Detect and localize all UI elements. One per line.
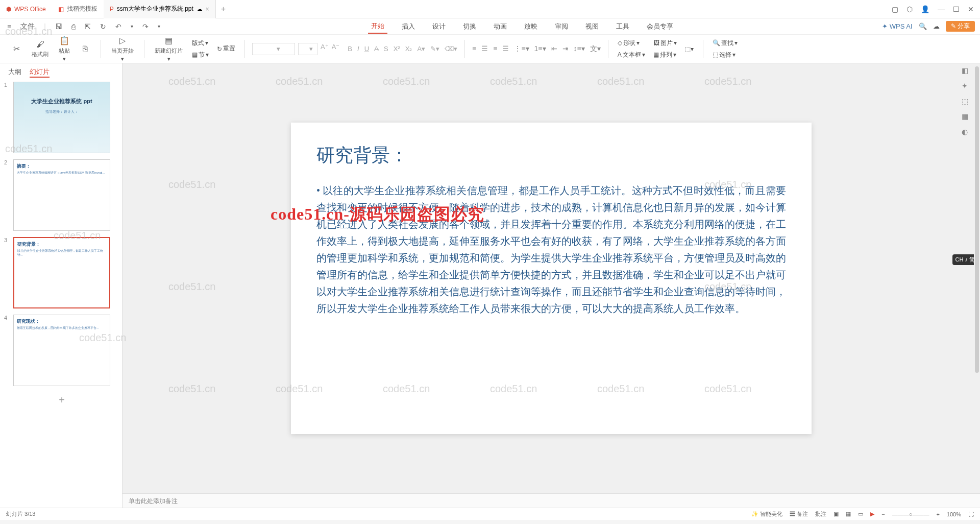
decrease-font-icon[interactable]: A⁻: [332, 43, 340, 55]
align-center-icon[interactable]: ☰: [481, 44, 488, 54]
strike-button[interactable]: S: [384, 45, 388, 53]
select-button[interactable]: ⬚ 选择 ▾: [710, 50, 740, 60]
increase-font-icon[interactable]: A⁺: [321, 43, 329, 55]
superscript-button[interactable]: X²: [394, 45, 400, 53]
bold-button[interactable]: B: [348, 45, 352, 53]
tab-animation[interactable]: 动画: [491, 20, 510, 33]
subscript-button[interactable]: X₂: [405, 45, 412, 53]
thumb-1[interactable]: 1 大学生企业推荐系统 ppt指导老师： 设计人：: [4, 82, 118, 153]
notes-input[interactable]: 单击此处添加备注: [122, 493, 980, 508]
thumb-4[interactable]: 4 研究现状：随着互联网技术的发展，国内外出现了许多的企业推荐平台...: [4, 315, 118, 386]
wps-ai-button[interactable]: ✦ WPS AI: [882, 22, 913, 30]
save-icon[interactable]: 🖫: [53, 21, 64, 32]
image-button[interactable]: 🖼 图片 ▾: [651, 38, 679, 49]
tab-tools[interactable]: 工具: [613, 20, 632, 33]
window-box-icon[interactable]: ▢: [892, 5, 898, 13]
side-tool-4[interactable]: ▦: [960, 112, 970, 123]
font-color-button[interactable]: A▾: [417, 45, 425, 53]
format-painter-button[interactable]: 🖌格式刷: [29, 39, 52, 58]
refresh-icon[interactable]: ↻: [98, 21, 108, 32]
highlight-button[interactable]: ✎▾: [430, 45, 439, 53]
zoom-out-icon[interactable]: −: [881, 511, 885, 517]
view-reading-icon[interactable]: ▭: [858, 511, 863, 517]
numbering-icon[interactable]: 1≡▾: [534, 44, 546, 54]
thumb-2[interactable]: 2 摘要：大学生企业推荐系统编程语言：java开发框架SSM 数据库mysql.…: [4, 159, 118, 231]
arrange-button[interactable]: ▦ 排列 ▾: [651, 50, 679, 60]
tab-review[interactable]: 审阅: [552, 20, 571, 33]
cut-button[interactable]: ✂: [8, 44, 24, 54]
strikethrough-button[interactable]: A̶: [374, 45, 379, 53]
fit-icon[interactable]: ⛶: [968, 511, 974, 517]
slide-title[interactable]: 研究背景：: [316, 143, 786, 168]
start-from-current-button[interactable]: ▷当页开始 ▾: [108, 36, 137, 62]
line-spacing-icon[interactable]: ↕≡▾: [574, 44, 585, 54]
shape-button[interactable]: ◇ 形状 ▾: [616, 38, 647, 49]
search-icon[interactable]: 🔍: [919, 22, 927, 30]
hamburger-icon[interactable]: ≡: [5, 21, 13, 32]
print-icon[interactable]: ⎙: [69, 21, 78, 32]
outline-tab[interactable]: 大纲: [8, 67, 21, 78]
zoom-in-icon[interactable]: +: [936, 511, 939, 517]
minimize-button[interactable]: —: [938, 5, 945, 13]
share-button[interactable]: ✎ 分享: [946, 21, 975, 32]
comments-toggle[interactable]: 批注: [815, 510, 826, 518]
section-button[interactable]: ▦ 节 ▾: [190, 50, 211, 60]
reset-button[interactable]: ↻ 重置: [215, 43, 237, 54]
paste-button[interactable]: 📋粘贴 ▾: [56, 36, 73, 62]
underline-button[interactable]: U: [364, 45, 369, 53]
align-right-icon[interactable]: ≡: [493, 44, 497, 54]
zoom-slider[interactable]: ———○———: [892, 511, 929, 517]
tab-design[interactable]: 设计: [429, 20, 449, 33]
tab-vip[interactable]: 会员专享: [644, 20, 676, 33]
tab-transition[interactable]: 切换: [460, 20, 479, 33]
window-hex-icon[interactable]: ⬡: [906, 5, 913, 13]
scrollbar-thumb[interactable]: [975, 66, 979, 373]
app-tab-template[interactable]: ◧ 找稻壳模板: [52, 0, 104, 18]
style-button[interactable]: ⬚▾: [683, 44, 696, 54]
textbox-button[interactable]: A 文本框 ▾: [616, 50, 647, 60]
justify-icon[interactable]: ☰: [502, 44, 509, 54]
add-slide-button[interactable]: +: [13, 392, 110, 408]
tab-slideshow[interactable]: 放映: [521, 20, 541, 33]
text-direction-icon[interactable]: 文▾: [590, 44, 601, 54]
view-slideshow-icon[interactable]: ▶: [870, 511, 874, 517]
bullets-icon[interactable]: ⋮≡▾: [514, 44, 529, 54]
close-window-button[interactable]: ✕: [968, 5, 974, 13]
indent-increase-icon[interactable]: ⇥: [562, 44, 569, 54]
slide-body-text[interactable]: 以往的大学生企业推荐系统相关信息管理，都是工作人员手工统计。这种方式不但时效性低…: [316, 182, 786, 317]
close-tab-icon[interactable]: ×: [206, 6, 209, 13]
tab-view[interactable]: 视图: [582, 20, 602, 33]
undo-icon[interactable]: ↶: [113, 21, 124, 32]
tab-insert[interactable]: 插入: [399, 20, 418, 33]
italic-button[interactable]: I: [357, 45, 359, 53]
smart-beautify[interactable]: ✨ 智能美化: [751, 510, 782, 518]
font-family-select[interactable]: ▾: [252, 43, 295, 55]
user-icon[interactable]: 👤: [921, 5, 929, 13]
new-slide-button[interactable]: ▤新建幻灯片 ▾: [152, 36, 186, 62]
align-left-icon[interactable]: ≡: [472, 44, 476, 54]
font-size-select[interactable]: ▾: [298, 43, 317, 55]
new-tab-button[interactable]: +: [216, 5, 231, 14]
thumb-3[interactable]: 3 研究背景：以往的大学生企业推荐系统相关信息管理，都是工作人员手工统计...: [4, 237, 118, 308]
side-tool-5[interactable]: ◐: [960, 128, 970, 138]
side-tool-1[interactable]: ◧: [960, 66, 970, 77]
export-icon[interactable]: ⇱: [83, 21, 93, 32]
maximize-button[interactable]: ☐: [953, 5, 960, 13]
layout-button[interactable]: 版式 ▾: [190, 38, 211, 49]
app-tab-file[interactable]: P ssm大学生企业推荐系统.ppt ☁ ×: [104, 0, 216, 18]
view-normal-icon[interactable]: ▣: [834, 511, 839, 517]
copy-button[interactable]: ⎘: [77, 44, 93, 54]
clear-format-button[interactable]: ⌫▾: [445, 45, 457, 53]
slides-tab[interactable]: 幻灯片: [30, 67, 50, 78]
zoom-label[interactable]: 100%: [947, 511, 961, 517]
find-button[interactable]: 🔍 查找 ▾: [710, 38, 740, 49]
tab-start[interactable]: 开始: [368, 19, 387, 34]
file-menu[interactable]: 文件: [18, 21, 37, 32]
side-tool-3[interactable]: ⬚: [960, 97, 970, 107]
cloud-sync-icon[interactable]: ☁: [933, 22, 940, 30]
redo-icon[interactable]: ↷: [140, 21, 151, 32]
side-tool-2[interactable]: ✦: [960, 82, 970, 92]
indent-decrease-icon[interactable]: ⇤: [551, 44, 557, 54]
view-sorter-icon[interactable]: ▦: [846, 511, 851, 517]
notes-toggle[interactable]: ☰ 备注: [790, 510, 808, 518]
